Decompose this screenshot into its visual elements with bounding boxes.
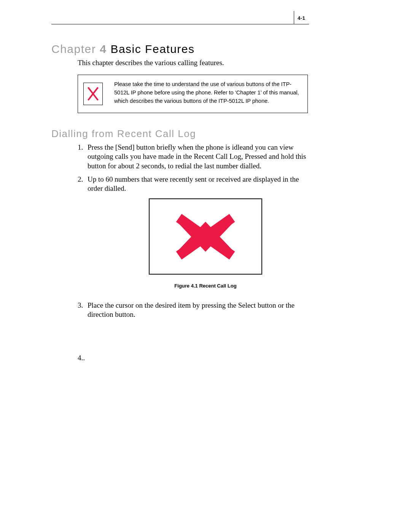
chapter-heading: Chapter 4 Basic Features — [51, 43, 195, 56]
chapter-number: 4 — [100, 43, 107, 56]
figure: Figure 4.1 Recent Call Log — [0, 198, 411, 289]
list-item: 3. Place the cursor on the desired item … — [78, 301, 314, 320]
note-text: Please take the time to understand the u… — [108, 75, 307, 113]
chapter-intro: This chapter describes the various calli… — [78, 59, 224, 67]
list-marker: 2. — [78, 175, 83, 184]
header-divider — [294, 11, 294, 24]
list-text: Place the cursor on the desired item by … — [88, 301, 314, 320]
figure-caption: Figure 4.1 Recent Call Log — [0, 283, 411, 289]
list-marker: 3. — [78, 301, 83, 310]
list-marker: 4.. — [78, 353, 85, 363]
chapter-title: Basic Features — [110, 43, 194, 56]
section-title: Dialling from Recent Call Log — [51, 128, 196, 140]
document-page: 4-1 Chapter 4 Basic Features This chapte… — [0, 0, 411, 532]
list-text: Up to 60 numbers that were recently sent… — [88, 175, 314, 193]
page-number: 4-1 — [298, 15, 305, 21]
list-item: 1. Press the [Send] button briefly when … — [78, 143, 314, 171]
header-rule — [51, 24, 309, 24]
chapter-prefix: Chapter — [51, 43, 96, 56]
figure-image-placeholder — [149, 198, 262, 275]
list-text: Press the [Send] button briefly when the… — [88, 143, 314, 171]
list-marker: 1. — [78, 143, 83, 152]
note-icon-container — [78, 75, 108, 113]
x-icon — [83, 83, 103, 105]
note-box: Please take the time to understand the u… — [78, 75, 308, 113]
list-item: 2. Up to 60 numbers that were recently s… — [78, 175, 314, 193]
